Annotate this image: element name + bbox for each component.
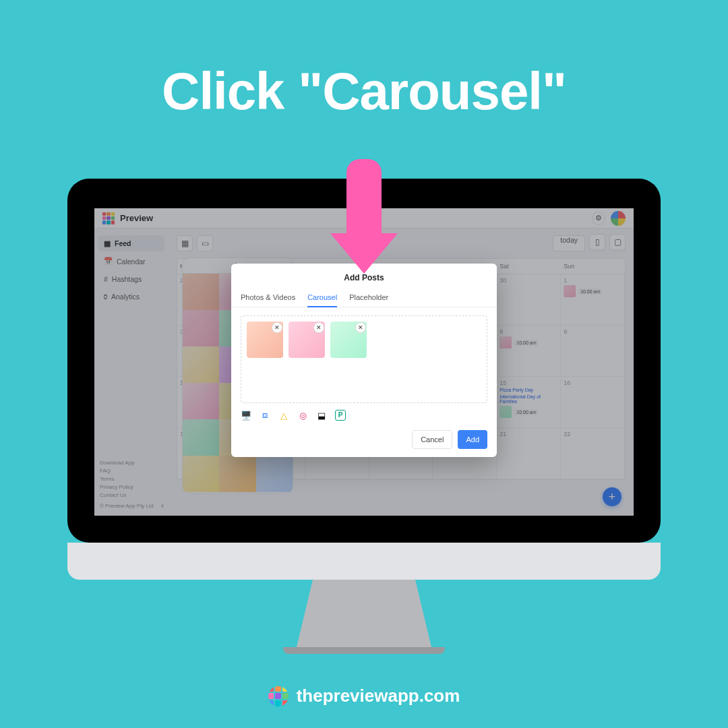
google-drive-icon[interactable]: △ <box>278 410 289 421</box>
time-badge: 10.00 am <box>578 289 602 295</box>
grid-icon: ▦ <box>181 239 189 248</box>
day-number: 8 <box>499 328 557 335</box>
selected-image[interactable]: ✕ <box>289 322 325 358</box>
phone-icon: ▯ <box>595 237 600 247</box>
modal-actions: Cancel Add <box>231 421 497 449</box>
media-dropzone[interactable]: ✕ ✕ ✕ <box>241 315 487 403</box>
sidebar-item-label: Hashtags <box>112 275 142 283</box>
scheduled-post[interactable]: 10.00 am <box>499 406 557 418</box>
view-toolbar: ▦ ▭ today ‹ › <box>177 235 626 251</box>
time-badge: 10.00 am <box>514 340 538 346</box>
user-avatar[interactable] <box>611 211 626 226</box>
grid-icon: ▦ <box>104 239 111 247</box>
upload-source-row: 🖥️ ⧈ △ ◎ ⬓ P <box>231 410 497 421</box>
monitor-chin <box>67 543 661 580</box>
sidebar-item-calendar[interactable]: 📅 Calendar <box>98 253 164 270</box>
brand-logo-icon <box>268 686 289 706</box>
device-tablet-button[interactable]: ▢ <box>609 234 626 250</box>
day-col: Sat <box>497 259 561 274</box>
footer-link[interactable]: Terms <box>100 475 154 483</box>
scheduled-post[interactable]: 10.00 am <box>499 336 557 348</box>
calendar-cell[interactable]: 9 <box>561 326 625 377</box>
calendar-icon: 📅 <box>104 257 113 266</box>
view-grid-button[interactable]: ▦ <box>177 235 193 251</box>
monitor-base <box>283 647 445 654</box>
event-label: Pizza Party Day <box>499 388 557 393</box>
calendar-cell[interactable]: 30 <box>497 274 561 326</box>
instruction-headline: Click "Carousel" <box>0 61 728 122</box>
unsplash-icon[interactable]: ⬓ <box>316 410 327 421</box>
day-number: 30 <box>499 277 557 284</box>
day-col: Sun <box>561 259 625 274</box>
sidebar-item-label: Calendar <box>117 257 146 266</box>
collapse-preview-button[interactable]: ‹ <box>156 499 169 512</box>
remove-image-button[interactable]: ✕ <box>272 323 282 332</box>
selected-image[interactable]: ✕ <box>330 322 367 358</box>
add-post-fab[interactable]: + <box>603 487 621 506</box>
add-posts-modal: Add Posts Photos & Videos Carousel Place… <box>231 264 497 457</box>
calendar-icon: ▭ <box>202 239 209 248</box>
remove-image-button[interactable]: ✕ <box>314 323 324 332</box>
footer-link[interactable]: Contact Us <box>100 491 154 499</box>
app-logo-icon <box>102 212 115 224</box>
instagram-icon[interactable]: ◎ <box>297 410 308 421</box>
gear-icon: ⚙ <box>595 214 602 222</box>
post-thumb <box>564 285 576 297</box>
chevron-left-icon: ‹ <box>161 501 164 510</box>
cancel-button[interactable]: Cancel <box>412 430 452 449</box>
day-number: 21 <box>499 431 557 437</box>
day-number: 22 <box>564 431 621 437</box>
add-button[interactable]: Add <box>458 430 487 449</box>
calendar-cell[interactable]: 22 <box>561 428 625 479</box>
calendar-cell[interactable]: 16 <box>561 377 625 428</box>
day-number: 16 <box>564 380 621 386</box>
dropbox-icon[interactable]: ⧈ <box>260 410 270 421</box>
app-title: Preview <box>120 213 153 223</box>
calendar-cell[interactable]: 110.00 am <box>561 274 625 326</box>
tab-photos-videos[interactable]: Photos & Videos <box>241 289 295 307</box>
post-thumb <box>499 336 512 348</box>
plus-icon: + <box>609 490 616 504</box>
view-calendar-button[interactable]: ▭ <box>197 235 213 251</box>
today-button[interactable]: today <box>553 235 585 251</box>
chart-icon: ⧮ <box>104 293 107 301</box>
tab-carousel[interactable]: Carousel <box>307 289 337 307</box>
brand-url: thepreviewapp.com <box>297 686 460 706</box>
pexels-icon[interactable]: P <box>335 410 346 421</box>
modal-tabs: Photos & Videos Carousel Placeholder <box>231 289 497 307</box>
hash-icon: # <box>104 275 108 283</box>
settings-button[interactable]: ⚙ <box>592 212 605 225</box>
footer-link[interactable]: FAQ <box>100 467 154 475</box>
event-label: International Day of Families <box>499 394 557 404</box>
pointer-arrow <box>330 159 398 274</box>
sidebar-item-hashtags[interactable]: # Hashtags <box>98 271 164 287</box>
selected-image[interactable]: ✕ <box>247 322 283 358</box>
footer-link[interactable]: Privacy Policy <box>100 483 154 491</box>
monitor-stand <box>297 580 431 647</box>
device-phone-button[interactable]: ▯ <box>589 234 605 250</box>
sidebar-footer: Download App FAQ Terms Privacy Policy Co… <box>100 459 154 510</box>
time-badge: 10.00 am <box>514 409 538 415</box>
sidebar-item-label: Feed <box>115 239 131 247</box>
post-thumb <box>499 406 512 418</box>
tab-placeholder[interactable]: Placeholder <box>349 289 388 307</box>
footer-link[interactable]: Download App <box>100 459 154 467</box>
day-number: 1 <box>564 277 621 284</box>
calendar-cell[interactable]: 810.00 am <box>497 326 561 377</box>
day-number: 9 <box>564 328 621 335</box>
tablet-icon: ▢ <box>614 237 621 247</box>
sidebar-item-analytics[interactable]: ⧮ Analytics <box>98 289 164 305</box>
calendar-cell[interactable]: 21 <box>497 428 561 479</box>
day-number: 15 <box>499 380 557 386</box>
copyright: © Preview App Pty Ltd <box>100 502 154 510</box>
sidebar-item-feed[interactable]: ▦ Feed <box>98 235 164 251</box>
footer-brand: thepreviewapp.com <box>0 686 728 706</box>
remove-image-button[interactable]: ✕ <box>356 323 365 332</box>
scheduled-post[interactable]: 10.00 am <box>564 285 621 297</box>
desktop-icon[interactable]: 🖥️ <box>241 410 251 421</box>
sidebar-item-label: Analytics <box>111 293 140 301</box>
calendar-cell[interactable]: 15Pizza Party DayInternational Day of Fa… <box>497 377 561 428</box>
